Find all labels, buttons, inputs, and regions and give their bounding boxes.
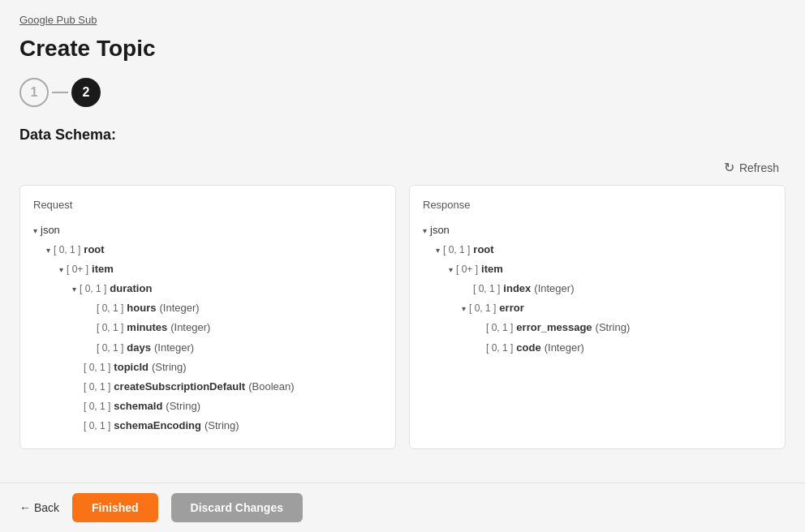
field-badge: [ 0, 1 ]	[443, 242, 470, 258]
field-name: item	[92, 260, 114, 278]
list-item: [ 0, 1 ] error_message (String)	[475, 318, 772, 337]
list-item: [ 0, 1 ] days (Integer)	[85, 338, 382, 358]
field-name: root	[84, 241, 104, 259]
breadcrumb-link[interactable]: Google Pub Sub	[19, 14, 97, 26]
field-badge: [ 0, 1 ]	[84, 418, 110, 434]
field-type: (Integer)	[154, 339, 194, 357]
refresh-icon: ↻	[724, 160, 734, 175]
field-badge: [ 0, 1 ]	[80, 281, 106, 297]
field-badge: [ 0, 1 ]	[84, 379, 110, 395]
field-badge: [ 0, 1 ]	[84, 359, 110, 375]
refresh-label: Refresh	[739, 161, 779, 174]
finished-button[interactable]: Finished	[72, 493, 158, 522]
request-panel: Request ▾ json ▾ [ 0, 1 ] root ▾ [ 0+ ] …	[19, 185, 396, 449]
step-2: 2	[71, 78, 101, 107]
schema-panels: Request ▾ json ▾ [ 0, 1 ] root ▾ [ 0+ ] …	[19, 185, 786, 449]
field-badge: [ 0+ ]	[67, 261, 88, 277]
field-badge: [ 0, 1 ]	[97, 340, 123, 356]
field-badge: [ 0+ ]	[456, 261, 478, 277]
field-type: (Integer)	[170, 319, 210, 337]
discard-changes-button[interactable]: Discard Changes	[171, 493, 303, 522]
chevron-icon[interactable]: ▾	[72, 282, 76, 296]
field-name: minutes	[127, 319, 167, 337]
field-name: index	[503, 280, 531, 298]
section-title: Data Schema:	[19, 127, 786, 144]
page-container: Google Pub Sub Create Topic 1 2 Data Sch…	[0, 0, 805, 532]
list-item: [ 0, 1 ] hours (Integer)	[85, 298, 382, 318]
field-badge: [ 0, 1 ]	[486, 340, 513, 356]
list-item: [ 0, 1 ] schemaId (String)	[72, 397, 382, 416]
field-name: code	[516, 339, 540, 357]
list-item: ▾ [ 0, 1 ] root	[436, 240, 772, 260]
chevron-icon[interactable]: ▾	[436, 243, 440, 257]
chevron-icon[interactable]: ▾	[33, 224, 37, 238]
list-item: ▾ json	[33, 221, 382, 240]
field-badge: [ 0, 1 ]	[97, 320, 123, 336]
field-name: error	[499, 299, 523, 317]
field-badge: [ 0, 1 ]	[54, 242, 80, 258]
list-item: [ 0, 1 ] schemaEncoding (String)	[72, 416, 382, 435]
field-name: schemaEncoding	[114, 417, 201, 435]
field-name: error_message	[516, 319, 592, 337]
field-type: (String)	[152, 358, 187, 376]
chevron-icon[interactable]: ▾	[449, 263, 453, 277]
field-type: (String)	[596, 319, 631, 337]
response-panel-label: Response	[423, 199, 772, 211]
response-panel: Response ▾ json ▾ [ 0, 1 ] root ▾ [ 0+ ]…	[409, 185, 786, 449]
chevron-icon[interactable]: ▾	[59, 263, 63, 277]
list-item: ▾ json	[423, 221, 772, 240]
back-button[interactable]: ← Back	[19, 501, 59, 514]
field-type: (Boolean)	[248, 378, 294, 396]
field-badge: [ 0, 1 ]	[473, 281, 500, 297]
list-item: ▾ [ 0+ ] item	[59, 260, 382, 279]
step-connector	[52, 92, 68, 93]
field-name: topicId	[114, 358, 149, 376]
list-item: ▾ [ 0+ ] item	[449, 260, 772, 279]
chevron-icon[interactable]: ▾	[46, 243, 50, 257]
field-name: json	[41, 221, 60, 239]
refresh-bar: ↻ Refresh	[19, 157, 786, 178]
stepper: 1 2	[19, 78, 786, 107]
chevron-icon[interactable]: ▾	[423, 224, 427, 238]
field-badge: [ 0, 1 ]	[84, 398, 110, 414]
chevron-icon[interactable]: ▾	[462, 302, 466, 315]
field-name: days	[127, 339, 151, 357]
field-type: (Integer)	[534, 280, 574, 298]
field-name: duration	[110, 280, 152, 298]
field-type: (Integer)	[159, 299, 199, 317]
field-type: (Integer)	[545, 339, 584, 357]
field-name: json	[430, 221, 450, 239]
bottom-bar: ← Back Finished Discard Changes	[0, 483, 805, 532]
field-badge: [ 0, 1 ]	[469, 300, 496, 316]
list-item: ▾ [ 0, 1 ] error	[462, 298, 772, 318]
list-item: ▾ [ 0, 1 ] duration	[72, 279, 382, 298]
field-badge: [ 0, 1 ]	[97, 300, 123, 316]
step-1: 1	[19, 78, 49, 107]
field-name: createSubscriptionDefault	[114, 378, 245, 396]
field-type: (String)	[204, 417, 239, 435]
list-item: [ 0, 1 ] index (Integer)	[462, 279, 772, 298]
field-name: schemaId	[114, 397, 162, 415]
list-item: [ 0, 1 ] code (Integer)	[475, 338, 772, 358]
field-badge: [ 0, 1 ]	[486, 320, 513, 336]
field-name: hours	[127, 299, 156, 317]
field-name: item	[481, 260, 503, 278]
refresh-button[interactable]: ↻ Refresh	[717, 157, 786, 178]
list-item: ▾ [ 0, 1 ] root	[46, 240, 382, 260]
request-panel-label: Request	[33, 199, 382, 211]
list-item: [ 0, 1 ] minutes (Integer)	[85, 318, 382, 337]
field-name: root	[473, 241, 493, 259]
field-type: (String)	[166, 397, 200, 415]
page-title: Create Topic	[19, 36, 786, 62]
list-item: [ 0, 1 ] topicId (String)	[72, 358, 382, 377]
list-item: [ 0, 1 ] createSubscriptionDefault (Bool…	[72, 377, 382, 397]
